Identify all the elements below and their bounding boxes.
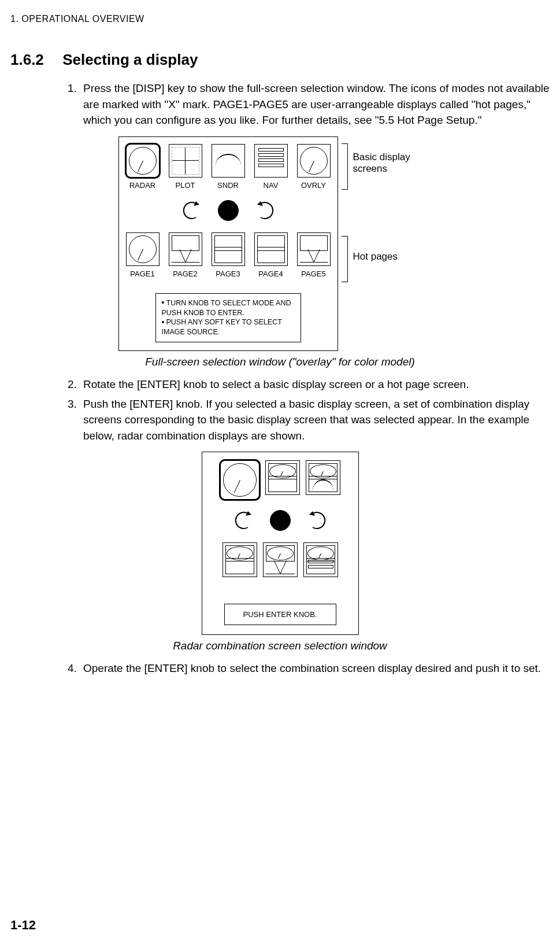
figure-1-caption: Full-screen selection window ("overlay" … xyxy=(10,356,550,368)
selection-window-frame: RADAR PLOT SNDR NAV xyxy=(118,136,338,352)
knob-row-2 xyxy=(209,510,351,531)
step-2: Rotate the [ENTER] knob to select a basi… xyxy=(80,376,550,393)
rotate-left-icon xyxy=(231,510,256,531)
page4-icon xyxy=(254,232,288,266)
combo-radar-plot-icon xyxy=(265,460,300,495)
step-1: Press the [DISP] key to show the full-sc… xyxy=(80,80,550,128)
radar-icon xyxy=(126,144,160,178)
sndr-icon xyxy=(212,144,245,178)
rotate-left-icon xyxy=(179,200,204,221)
instr-line-1: TURN KNOB TO SELECT MODE AND PUSH KNOB T… xyxy=(162,299,291,317)
section-heading: 1.6.2 Selecting a display xyxy=(10,51,550,69)
sndr-label: SNDR xyxy=(217,181,239,190)
ovrly-icon xyxy=(297,144,331,178)
basic-display-row: RADAR PLOT SNDR NAV xyxy=(125,144,332,190)
page2-label: PAGE2 xyxy=(173,269,197,278)
rotate-right-icon xyxy=(253,200,278,221)
hot-pages-row: PAGE1 PAGE2 PAGE3 PAGE4 xyxy=(125,232,332,278)
page3-label: PAGE3 xyxy=(216,269,240,278)
rotate-right-icon xyxy=(305,510,330,531)
page5-icon xyxy=(297,232,331,266)
bracket-icon xyxy=(342,236,348,282)
page2-icon xyxy=(169,232,202,266)
figure-2-caption: Radar combination screen selection windo… xyxy=(10,640,550,652)
step-4: Operate the [ENTER] knob to select the c… xyxy=(80,660,550,677)
page5-label: PAGE5 xyxy=(301,269,325,278)
instruction-box-2: PUSH ENTER KNOB. xyxy=(224,604,336,625)
page4-label: PAGE4 xyxy=(258,269,283,278)
steps-list-2: Rotate the [ENTER] knob to select a basi… xyxy=(80,376,550,444)
bracket-icon xyxy=(342,143,348,190)
combo-radar-sndr-icon xyxy=(306,460,340,495)
hot-pages-annotation: Hot pages xyxy=(353,251,398,263)
combo-radar-nav-icon xyxy=(222,542,257,577)
plot-icon xyxy=(169,144,202,178)
combo-window-frame: PUSH ENTER KNOB. xyxy=(202,452,359,635)
combo-radar-hwy-icon xyxy=(263,542,298,577)
steps-list-3: Operate the [ENTER] knob to select the c… xyxy=(80,660,550,677)
page1-icon xyxy=(126,232,160,266)
nav-icon xyxy=(254,144,288,178)
ovrly-label: OVRLY xyxy=(301,181,326,190)
section-title: Selecting a display xyxy=(62,51,198,68)
section-number: 1.6.2 xyxy=(10,51,44,69)
basic-display-annotation: Basic display screens xyxy=(353,152,434,175)
plot-label: PLOT xyxy=(176,181,195,190)
radar-label: RADAR xyxy=(129,181,156,190)
step-3: Push the [ENTER] knob. If you selected a… xyxy=(80,396,550,444)
figure-1: RADAR PLOT SNDR NAV xyxy=(10,136,550,352)
page-number: 1-12 xyxy=(10,918,36,933)
running-head: 1. OPERATIONAL OVERVIEW xyxy=(10,14,550,24)
page1-label: PAGE1 xyxy=(130,269,154,278)
page3-icon xyxy=(212,232,245,266)
instr-line-2: PUSH ANY SOFT KEY TO SELECT IMAGE SOURCE… xyxy=(162,318,282,336)
steps-list: Press the [DISP] key to show the full-sc… xyxy=(80,80,550,128)
figure-2: PUSH ENTER KNOB. xyxy=(10,452,550,635)
page: 1. OPERATIONAL OVERVIEW 1.6.2 Selecting … xyxy=(0,0,560,942)
knob-row xyxy=(125,200,332,221)
knob-icon xyxy=(218,200,239,221)
instruction-box: TURN KNOB TO SELECT MODE AND PUSH KNOB T… xyxy=(155,293,301,343)
knob-icon xyxy=(270,510,291,531)
nav-label: NAV xyxy=(264,181,279,190)
combo-radar-full-icon xyxy=(220,460,259,500)
combo-radar-data-icon xyxy=(303,542,338,577)
